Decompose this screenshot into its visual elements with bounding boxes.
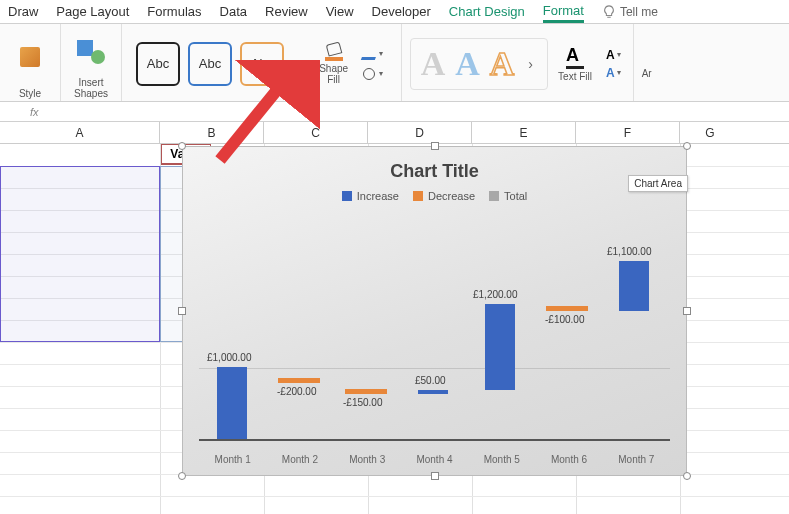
label-month7: £1,100.00 (607, 246, 652, 257)
group-wordart: A A A › A Text Fill A▾ A▾ (402, 24, 634, 101)
xlabel-6: Month 6 (535, 454, 602, 465)
legend-decrease: Decrease (413, 190, 475, 202)
resize-handle[interactable] (178, 307, 186, 315)
x-axis (199, 439, 670, 441)
chevron-down-icon: ▾ (379, 69, 383, 78)
selection-range-a (0, 166, 160, 342)
legend-increase: Increase (342, 190, 399, 202)
label-month2: -£200.00 (277, 386, 316, 397)
xlabel-5: Month 5 (468, 454, 535, 465)
insert-shapes-label: Insert Shapes (74, 77, 108, 99)
style-icon (20, 47, 40, 67)
xlabel-3: Month 3 (334, 454, 401, 465)
bar-month4[interactable] (418, 390, 448, 394)
col-header-F[interactable]: F (576, 122, 680, 143)
tab-format[interactable]: Format (543, 1, 584, 23)
formula-bar[interactable]: fx (0, 102, 789, 122)
legend-total: Total (489, 190, 527, 202)
col-header-C[interactable]: C (264, 122, 368, 143)
chart-object[interactable]: Chart Area Chart Title Increase Decrease… (182, 146, 687, 476)
ribbon-body: Style Insert Shapes Abc Abc Abc › Shape … (0, 24, 789, 102)
col-header-E[interactable]: E (472, 122, 576, 143)
col-header-A[interactable]: A (0, 122, 160, 143)
tab-developer[interactable]: Developer (372, 2, 431, 21)
resize-handle[interactable] (178, 142, 186, 150)
bar-month5[interactable] (485, 304, 515, 390)
bar-month3[interactable] (345, 389, 387, 394)
col-header-D[interactable]: D (368, 122, 472, 143)
text-fill-icon: A (566, 45, 584, 69)
plot-area[interactable]: £1,000.00 -£200.00 -£150.00 £50.00 £1,20… (199, 219, 670, 441)
shape-effects-button[interactable]: ▾ (363, 67, 387, 81)
label-month5: £1,200.00 (473, 289, 518, 300)
cells-area[interactable]: Value Chart Area Chart Title Increase De… (0, 144, 789, 514)
chart-tooltip: Chart Area (628, 175, 688, 192)
bar-month6[interactable] (546, 306, 588, 311)
shape-style-2[interactable]: Abc (188, 42, 232, 86)
style-button[interactable] (8, 28, 52, 86)
xlabel-7: Month 7 (603, 454, 670, 465)
tab-draw[interactable]: Draw (8, 2, 38, 21)
text-effects-button[interactable]: A▾ (606, 66, 621, 80)
resize-handle[interactable] (431, 142, 439, 150)
bar-month1[interactable] (217, 367, 247, 439)
resize-handle[interactable] (431, 472, 439, 480)
tab-review[interactable]: Review (265, 2, 308, 21)
group-shape-styles: Abc Abc Abc › Shape Fill ▾ ▾ (122, 24, 402, 101)
bar-month7[interactable] (619, 261, 649, 311)
col-header-B[interactable]: B (160, 122, 264, 143)
gallery-expand-icon[interactable]: › (292, 56, 305, 72)
shapes-icon (77, 40, 105, 64)
insert-shapes-button[interactable] (69, 28, 113, 75)
tell-me[interactable]: Tell me (602, 5, 658, 19)
wordart-style-1[interactable]: A (421, 45, 446, 83)
wordart-expand-icon[interactable]: › (524, 56, 537, 72)
shape-style-gallery[interactable]: Abc Abc Abc › (130, 36, 311, 92)
resize-handle[interactable] (178, 472, 186, 480)
tab-view[interactable]: View (326, 2, 354, 21)
label-month4: £50.00 (415, 375, 446, 386)
style-label: Style (19, 88, 41, 99)
lightbulb-icon (602, 5, 616, 19)
xlabel-4: Month 4 (401, 454, 468, 465)
resize-handle[interactable] (683, 472, 691, 480)
resize-handle[interactable] (683, 307, 691, 315)
resize-handle[interactable] (683, 142, 691, 150)
fx-label: fx (30, 106, 39, 118)
ribbon-tabs: Draw Page Layout Formulas Data Review Vi… (0, 0, 789, 24)
tab-formulas[interactable]: Formulas (147, 2, 201, 21)
effects-icon (363, 68, 377, 80)
col-header-G[interactable]: G (680, 122, 740, 143)
column-headers: A B C D E F G (0, 122, 789, 144)
tab-chart-design[interactable]: Chart Design (449, 2, 525, 21)
group-arrange: Ar (634, 24, 660, 101)
label-month6: -£100.00 (545, 314, 584, 325)
shape-outline-button[interactable]: ▾ (363, 47, 387, 61)
text-fill-button[interactable]: A Text Fill (554, 45, 596, 82)
shape-fill-button[interactable]: Shape Fill (315, 43, 353, 85)
tab-page-layout[interactable]: Page Layout (56, 2, 129, 21)
wordart-gallery[interactable]: A A A › (410, 38, 548, 90)
xlabel-1: Month 1 (199, 454, 266, 465)
shape-style-1[interactable]: Abc (136, 42, 180, 86)
group-insert-shapes: Insert Shapes (61, 24, 122, 101)
shape-style-3[interactable]: Abc (240, 42, 284, 86)
wordart-style-3[interactable]: A (490, 45, 515, 83)
xlabel-2: Month 2 (266, 454, 333, 465)
worksheet-grid[interactable]: A B C D E F G Value (0, 122, 789, 514)
label-month3: -£150.00 (343, 397, 382, 408)
arrange-label: Ar (642, 68, 652, 79)
text-outline-button[interactable]: A▾ (606, 48, 621, 62)
tab-data[interactable]: Data (220, 2, 247, 21)
wordart-style-2[interactable]: A (455, 45, 480, 83)
chart-legend[interactable]: Increase Decrease Total (183, 190, 686, 202)
shape-fill-label: Shape Fill (319, 63, 348, 85)
tell-me-label: Tell me (620, 5, 658, 19)
x-axis-labels: Month 1 Month 2 Month 3 Month 4 Month 5 … (199, 454, 670, 465)
group-style: Style (0, 24, 61, 101)
paint-bucket-icon (323, 43, 345, 61)
pen-icon (360, 48, 378, 60)
chart-title[interactable]: Chart Title (183, 161, 686, 182)
bar-month2[interactable] (278, 378, 320, 383)
text-fill-label: Text Fill (558, 71, 592, 82)
